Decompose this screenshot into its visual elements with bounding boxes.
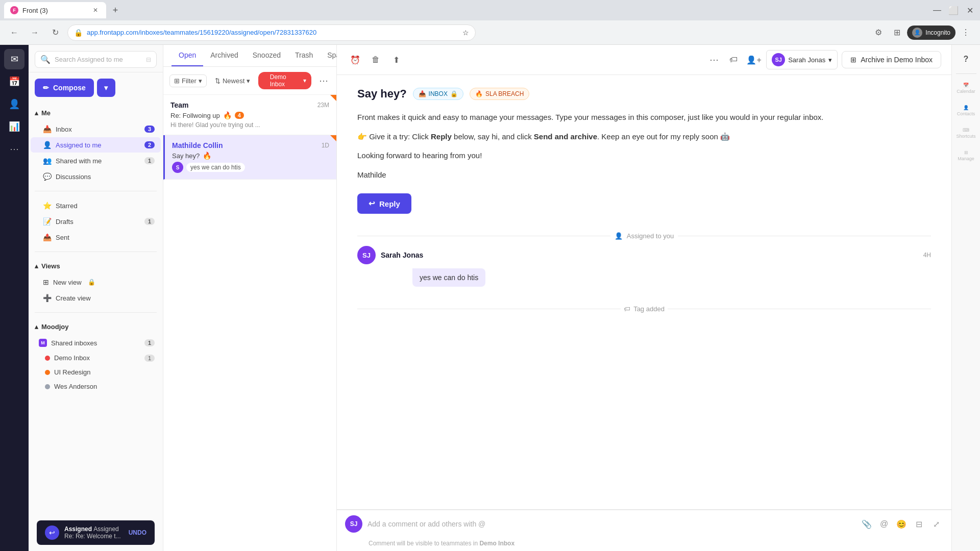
- archive-button[interactable]: ⊞ Archive in Demo Inbox: [842, 51, 941, 68]
- message-list-more-button[interactable]: ⋯: [316, 73, 330, 88]
- assignee-button[interactable]: SJ Sarah Jonas ▾: [766, 50, 838, 69]
- shortcuts-icon: ⌨: [963, 128, 969, 133]
- sidebar-item-demo-inbox[interactable]: Demo Inbox 1: [31, 351, 161, 365]
- minimize-button[interactable]: —: [931, 4, 943, 16]
- message-preview: Hi there! Glad you're trying out ...: [170, 121, 329, 129]
- drafts-icon: 📝: [43, 217, 52, 226]
- new-view-label: New view: [53, 279, 82, 286]
- message-time-2: 1D: [322, 142, 329, 149]
- search-bar[interactable]: 🔍 Search Assigned to me ⊟: [35, 51, 157, 68]
- sidebar-item-sent[interactable]: 📤 Sent: [31, 230, 161, 245]
- tab-trash[interactable]: Trash: [288, 45, 320, 66]
- sla-breach-label: SLA BREACH: [485, 90, 524, 97]
- right-panel: ? ? 📅 Calendar 👤 Contacts ⌨ Shortcuts ⊞ …: [951, 45, 980, 551]
- views-section-header[interactable]: ▴ Views: [29, 258, 163, 274]
- undo-button[interactable]: UNDO: [129, 529, 146, 536]
- email-more-options-button[interactable]: ⋯: [707, 53, 721, 67]
- moodjoy-header[interactable]: ▴ Moodjoy: [29, 319, 163, 335]
- message-time: 23M: [317, 102, 329, 109]
- sidebar-item-inbox[interactable]: 📥 Inbox 3: [31, 121, 161, 137]
- app-container: ✉ 📅 👤 📊 ⋯ 🔍 Search Assigned to me ⊟ ✏ Co…: [0, 45, 980, 551]
- assigned-label: Assigned to me: [56, 141, 102, 149]
- compose-dropdown-button[interactable]: ▾: [97, 79, 115, 97]
- new-tab-button[interactable]: +: [108, 3, 122, 17]
- sidebar-item-assigned[interactable]: 👤 Assigned to me 2: [31, 137, 161, 153]
- address-bar[interactable]: 🔒 app.frontapp.com/inboxes/teammates/156…: [67, 24, 476, 41]
- contacts-nav-button[interactable]: 👤: [4, 94, 24, 114]
- tab-snoozed[interactable]: Snoozed: [246, 45, 288, 66]
- message-item-team[interactable]: Team 23M Re: Follwoing up 🔥 4 Hi there! …: [163, 95, 336, 135]
- subject-text-2: Say hey?: [172, 152, 200, 160]
- delete-button[interactable]: 🗑: [368, 52, 384, 68]
- add-contact-button[interactable]: 👤+: [746, 52, 762, 68]
- calendar-panel-button[interactable]: 📅 Calendar: [956, 78, 976, 98]
- calendar-nav-button[interactable]: 📅: [4, 71, 24, 92]
- mail-nav-button[interactable]: ✉: [4, 49, 24, 69]
- sidebar-item-wes-anderson[interactable]: Wes Anderson: [31, 380, 161, 393]
- me-section-header[interactable]: ▴ Me: [29, 105, 163, 121]
- browser-more-button[interactable]: ⋮: [958, 24, 974, 41]
- manage-panel-button[interactable]: ⊞ Manage: [956, 145, 976, 166]
- starred-label: Starred: [56, 202, 78, 210]
- maximize-button[interactable]: ⬜: [947, 4, 960, 16]
- browser-tab[interactable]: F Front (3) ✕: [4, 2, 106, 18]
- sidebar-item-ui-redesign[interactable]: UI Redesign: [31, 365, 161, 379]
- tab-favicon: F: [10, 6, 18, 14]
- tab-close-button[interactable]: ✕: [91, 6, 100, 15]
- refresh-button[interactable]: ↻: [47, 24, 63, 41]
- ui-redesign-dot: [45, 370, 50, 375]
- extensions-icon[interactable]: ⚙: [870, 24, 887, 41]
- profile-icon[interactable]: ⊞: [889, 24, 905, 41]
- sidebar-item-discussions[interactable]: 💬 Discussions: [31, 169, 161, 184]
- sidebar-item-shared[interactable]: 👥 Shared with me 1: [31, 153, 161, 168]
- main-sidebar: 🔍 Search Assigned to me ⊟ ✏ Compose ▾ ▴ …: [29, 45, 163, 551]
- alarm-button[interactable]: ⏰: [347, 52, 363, 68]
- mention-button[interactable]: @: [877, 517, 891, 531]
- tag-button[interactable]: 🏷: [725, 52, 742, 68]
- search-placeholder: Search Assigned to me: [55, 56, 123, 63]
- notification-bar[interactable]: ↩ Assigned Assigned Re: Re: Welcome t...…: [37, 520, 155, 545]
- shared-icon: 👥: [43, 157, 52, 165]
- tab-open[interactable]: Open: [172, 45, 203, 66]
- inbox-filter-badge[interactable]: Demo Inbox ▾: [258, 72, 311, 89]
- calendar-label: Calendar: [957, 89, 975, 94]
- message-list-toolbar: ⊞ Filter ▾ ⇅ Newest ▾ Demo Inbox ▾ ⋯: [163, 67, 336, 95]
- notification-action: Assigned: [64, 525, 93, 533]
- reply-button-main[interactable]: ↩ Reply: [357, 193, 411, 214]
- notification-area: ↩ Assigned Assigned Re: Re: Welcome t...…: [29, 514, 163, 551]
- close-button[interactable]: ✕: [964, 4, 976, 16]
- compose-button[interactable]: ✏ Compose: [35, 79, 94, 97]
- upload-button[interactable]: ⬆: [388, 52, 404, 68]
- analytics-nav-button[interactable]: 📊: [4, 116, 24, 137]
- shortcuts-panel-button[interactable]: ⌨ Shortcuts: [956, 123, 976, 143]
- attach-button[interactable]: 📎: [860, 517, 874, 531]
- format-button[interactable]: ⊟: [912, 517, 926, 531]
- help-panel-button[interactable]: ? ?: [956, 49, 976, 69]
- message-item-mathilde[interactable]: Mathilde Collin 1D Say hey? 🔥 S yes we c…: [163, 135, 336, 180]
- back-button[interactable]: ←: [6, 24, 22, 41]
- emoji-button[interactable]: 😊: [894, 517, 909, 531]
- comment-hint-inbox: Demo Inbox: [479, 540, 514, 547]
- more-nav-button[interactable]: ⋯: [4, 139, 24, 159]
- comment-user-avatar: SJ: [345, 515, 362, 533]
- expand-button[interactable]: ⤢: [929, 517, 943, 531]
- inbox-tag-icon: 📥: [419, 90, 426, 97]
- forward-button[interactable]: →: [27, 24, 43, 41]
- filter-button[interactable]: ⊞ Filter ▾: [169, 74, 207, 87]
- sidebar-item-shared-inboxes[interactable]: M Shared inboxes 1: [31, 335, 161, 350]
- contacts-panel-button[interactable]: 👤 Contacts: [956, 101, 976, 121]
- sidebar-item-create-view[interactable]: ➕ Create view: [31, 290, 161, 306]
- message-preview-2: S yes we can do htis: [172, 162, 329, 173]
- message-list-tabs: Open Archived Snoozed Trash Spam: [163, 45, 336, 67]
- comment-action-buttons: 📎 @ 😊 ⊟ ⤢: [860, 517, 943, 531]
- sidebar-item-drafts[interactable]: 📝 Drafts 1: [31, 214, 161, 229]
- sort-button[interactable]: ⇅ Newest ▾: [211, 75, 254, 87]
- sidebar-item-starred[interactable]: ⭐ Starred: [31, 198, 161, 213]
- views-chevron-up-icon: ▴: [35, 262, 38, 270]
- incognito-button[interactable]: 👤 Incognito: [907, 26, 955, 40]
- sidebar-item-new-view[interactable]: ⊞ New view 🔒: [31, 274, 161, 290]
- comment-input[interactable]: [368, 520, 854, 528]
- moodjoy-label: Moodjoy: [41, 323, 68, 331]
- reply-message-container: SJ Sarah Jonas 4H yes we can do htis: [337, 246, 951, 301]
- tab-archived[interactable]: Archived: [203, 45, 245, 66]
